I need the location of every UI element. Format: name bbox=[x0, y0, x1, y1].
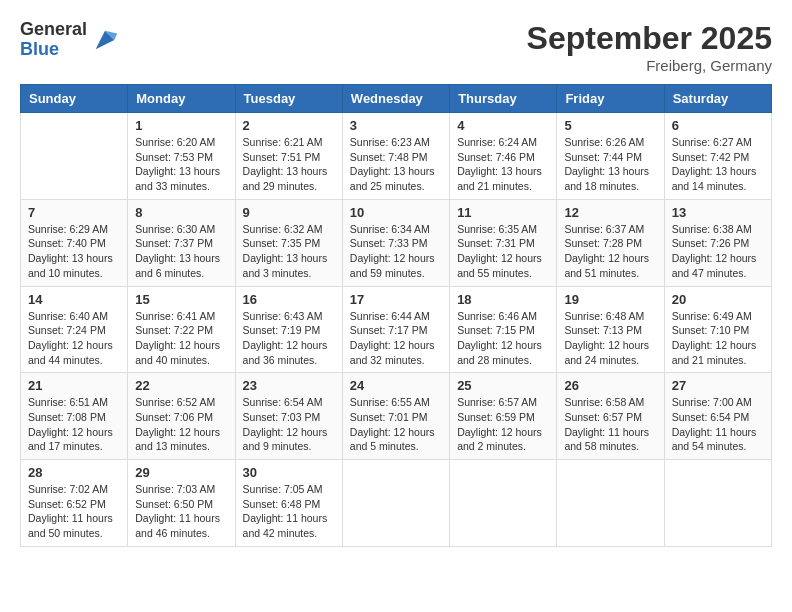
logo-blue: Blue bbox=[20, 40, 87, 60]
calendar-cell: 23Sunrise: 6:54 AMSunset: 7:03 PMDayligh… bbox=[235, 373, 342, 460]
calendar-cell: 3Sunrise: 6:23 AMSunset: 7:48 PMDaylight… bbox=[342, 113, 449, 200]
logo: General Blue bbox=[20, 20, 119, 60]
day-info: Sunrise: 6:57 AMSunset: 6:59 PMDaylight:… bbox=[457, 395, 549, 454]
calendar: SundayMondayTuesdayWednesdayThursdayFrid… bbox=[20, 84, 772, 547]
day-info: Sunrise: 7:00 AMSunset: 6:54 PMDaylight:… bbox=[672, 395, 764, 454]
day-number: 16 bbox=[243, 292, 335, 307]
calendar-cell: 4Sunrise: 6:24 AMSunset: 7:46 PMDaylight… bbox=[450, 113, 557, 200]
weekday-header-saturday: Saturday bbox=[664, 85, 771, 113]
day-info: Sunrise: 6:21 AMSunset: 7:51 PMDaylight:… bbox=[243, 135, 335, 194]
day-info: Sunrise: 6:32 AMSunset: 7:35 PMDaylight:… bbox=[243, 222, 335, 281]
day-info: Sunrise: 6:49 AMSunset: 7:10 PMDaylight:… bbox=[672, 309, 764, 368]
calendar-cell: 17Sunrise: 6:44 AMSunset: 7:17 PMDayligh… bbox=[342, 286, 449, 373]
calendar-cell: 5Sunrise: 6:26 AMSunset: 7:44 PMDaylight… bbox=[557, 113, 664, 200]
calendar-cell: 27Sunrise: 7:00 AMSunset: 6:54 PMDayligh… bbox=[664, 373, 771, 460]
day-info: Sunrise: 6:29 AMSunset: 7:40 PMDaylight:… bbox=[28, 222, 120, 281]
day-info: Sunrise: 6:37 AMSunset: 7:28 PMDaylight:… bbox=[564, 222, 656, 281]
day-info: Sunrise: 6:35 AMSunset: 7:31 PMDaylight:… bbox=[457, 222, 549, 281]
day-info: Sunrise: 6:51 AMSunset: 7:08 PMDaylight:… bbox=[28, 395, 120, 454]
calendar-week-1: 1Sunrise: 6:20 AMSunset: 7:53 PMDaylight… bbox=[21, 113, 772, 200]
calendar-cell bbox=[21, 113, 128, 200]
calendar-cell: 13Sunrise: 6:38 AMSunset: 7:26 PMDayligh… bbox=[664, 199, 771, 286]
calendar-cell: 20Sunrise: 6:49 AMSunset: 7:10 PMDayligh… bbox=[664, 286, 771, 373]
logo-general: General bbox=[20, 20, 87, 40]
day-number: 20 bbox=[672, 292, 764, 307]
day-number: 28 bbox=[28, 465, 120, 480]
day-number: 13 bbox=[672, 205, 764, 220]
day-number: 26 bbox=[564, 378, 656, 393]
day-number: 1 bbox=[135, 118, 227, 133]
day-number: 19 bbox=[564, 292, 656, 307]
calendar-cell: 14Sunrise: 6:40 AMSunset: 7:24 PMDayligh… bbox=[21, 286, 128, 373]
page-header: General Blue September 2025 Freiberg, Ge… bbox=[20, 20, 772, 74]
day-number: 4 bbox=[457, 118, 549, 133]
day-info: Sunrise: 6:34 AMSunset: 7:33 PMDaylight:… bbox=[350, 222, 442, 281]
day-info: Sunrise: 6:46 AMSunset: 7:15 PMDaylight:… bbox=[457, 309, 549, 368]
calendar-cell: 1Sunrise: 6:20 AMSunset: 7:53 PMDaylight… bbox=[128, 113, 235, 200]
calendar-cell: 10Sunrise: 6:34 AMSunset: 7:33 PMDayligh… bbox=[342, 199, 449, 286]
calendar-cell bbox=[557, 460, 664, 547]
day-info: Sunrise: 6:40 AMSunset: 7:24 PMDaylight:… bbox=[28, 309, 120, 368]
day-number: 5 bbox=[564, 118, 656, 133]
calendar-cell: 22Sunrise: 6:52 AMSunset: 7:06 PMDayligh… bbox=[128, 373, 235, 460]
calendar-cell: 15Sunrise: 6:41 AMSunset: 7:22 PMDayligh… bbox=[128, 286, 235, 373]
calendar-week-2: 7Sunrise: 6:29 AMSunset: 7:40 PMDaylight… bbox=[21, 199, 772, 286]
day-number: 29 bbox=[135, 465, 227, 480]
day-info: Sunrise: 6:43 AMSunset: 7:19 PMDaylight:… bbox=[243, 309, 335, 368]
calendar-cell: 25Sunrise: 6:57 AMSunset: 6:59 PMDayligh… bbox=[450, 373, 557, 460]
weekday-header-wednesday: Wednesday bbox=[342, 85, 449, 113]
day-number: 6 bbox=[672, 118, 764, 133]
day-number: 21 bbox=[28, 378, 120, 393]
calendar-cell: 12Sunrise: 6:37 AMSunset: 7:28 PMDayligh… bbox=[557, 199, 664, 286]
calendar-cell: 30Sunrise: 7:05 AMSunset: 6:48 PMDayligh… bbox=[235, 460, 342, 547]
day-number: 30 bbox=[243, 465, 335, 480]
calendar-cell bbox=[342, 460, 449, 547]
day-number: 27 bbox=[672, 378, 764, 393]
day-info: Sunrise: 6:20 AMSunset: 7:53 PMDaylight:… bbox=[135, 135, 227, 194]
logo-text: General Blue bbox=[20, 20, 87, 60]
day-number: 25 bbox=[457, 378, 549, 393]
day-info: Sunrise: 7:03 AMSunset: 6:50 PMDaylight:… bbox=[135, 482, 227, 541]
day-info: Sunrise: 6:38 AMSunset: 7:26 PMDaylight:… bbox=[672, 222, 764, 281]
day-number: 24 bbox=[350, 378, 442, 393]
calendar-cell: 8Sunrise: 6:30 AMSunset: 7:37 PMDaylight… bbox=[128, 199, 235, 286]
location: Freiberg, Germany bbox=[527, 57, 772, 74]
day-number: 18 bbox=[457, 292, 549, 307]
weekday-header-sunday: Sunday bbox=[21, 85, 128, 113]
day-info: Sunrise: 6:52 AMSunset: 7:06 PMDaylight:… bbox=[135, 395, 227, 454]
day-number: 3 bbox=[350, 118, 442, 133]
day-number: 7 bbox=[28, 205, 120, 220]
logo-icon bbox=[91, 26, 119, 54]
calendar-cell: 6Sunrise: 6:27 AMSunset: 7:42 PMDaylight… bbox=[664, 113, 771, 200]
calendar-cell: 26Sunrise: 6:58 AMSunset: 6:57 PMDayligh… bbox=[557, 373, 664, 460]
day-info: Sunrise: 6:54 AMSunset: 7:03 PMDaylight:… bbox=[243, 395, 335, 454]
calendar-cell: 18Sunrise: 6:46 AMSunset: 7:15 PMDayligh… bbox=[450, 286, 557, 373]
title-block: September 2025 Freiberg, Germany bbox=[527, 20, 772, 74]
calendar-cell: 11Sunrise: 6:35 AMSunset: 7:31 PMDayligh… bbox=[450, 199, 557, 286]
day-info: Sunrise: 6:58 AMSunset: 6:57 PMDaylight:… bbox=[564, 395, 656, 454]
day-number: 14 bbox=[28, 292, 120, 307]
day-info: Sunrise: 7:02 AMSunset: 6:52 PMDaylight:… bbox=[28, 482, 120, 541]
calendar-cell: 29Sunrise: 7:03 AMSunset: 6:50 PMDayligh… bbox=[128, 460, 235, 547]
calendar-cell: 24Sunrise: 6:55 AMSunset: 7:01 PMDayligh… bbox=[342, 373, 449, 460]
day-number: 15 bbox=[135, 292, 227, 307]
day-number: 10 bbox=[350, 205, 442, 220]
day-number: 8 bbox=[135, 205, 227, 220]
calendar-cell: 21Sunrise: 6:51 AMSunset: 7:08 PMDayligh… bbox=[21, 373, 128, 460]
weekday-header-row: SundayMondayTuesdayWednesdayThursdayFrid… bbox=[21, 85, 772, 113]
day-info: Sunrise: 7:05 AMSunset: 6:48 PMDaylight:… bbox=[243, 482, 335, 541]
day-info: Sunrise: 6:41 AMSunset: 7:22 PMDaylight:… bbox=[135, 309, 227, 368]
day-number: 9 bbox=[243, 205, 335, 220]
day-info: Sunrise: 6:23 AMSunset: 7:48 PMDaylight:… bbox=[350, 135, 442, 194]
day-number: 17 bbox=[350, 292, 442, 307]
calendar-cell bbox=[664, 460, 771, 547]
calendar-cell: 16Sunrise: 6:43 AMSunset: 7:19 PMDayligh… bbox=[235, 286, 342, 373]
day-info: Sunrise: 6:44 AMSunset: 7:17 PMDaylight:… bbox=[350, 309, 442, 368]
calendar-cell: 19Sunrise: 6:48 AMSunset: 7:13 PMDayligh… bbox=[557, 286, 664, 373]
day-number: 22 bbox=[135, 378, 227, 393]
day-info: Sunrise: 6:27 AMSunset: 7:42 PMDaylight:… bbox=[672, 135, 764, 194]
weekday-header-thursday: Thursday bbox=[450, 85, 557, 113]
calendar-cell: 7Sunrise: 6:29 AMSunset: 7:40 PMDaylight… bbox=[21, 199, 128, 286]
day-info: Sunrise: 6:24 AMSunset: 7:46 PMDaylight:… bbox=[457, 135, 549, 194]
day-info: Sunrise: 6:48 AMSunset: 7:13 PMDaylight:… bbox=[564, 309, 656, 368]
